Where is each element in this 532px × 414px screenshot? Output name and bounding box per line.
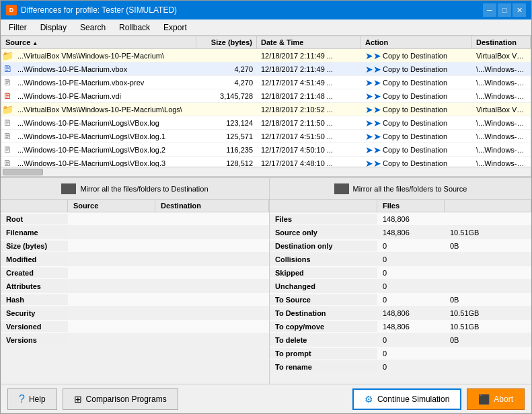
- action-arrow-icon: ➤➤: [365, 64, 381, 75]
- mirror-source-icon: [334, 183, 349, 194]
- menu-search[interactable]: Search: [75, 22, 111, 34]
- minimize-button[interactable]: ─: [483, 3, 496, 17]
- table-row[interactable]: 🖹 ...\Windows-10-PE-Macrium\Logs\VBox.lo…: [1, 116, 531, 130]
- bottom-area: Mirror all the files/folders to Destinat…: [1, 177, 531, 384]
- table-row[interactable]: 🖹 ...\Windows-10-PE-Macrium.vdi 3,145,72…: [1, 89, 531, 103]
- cell-action: ➤➤ Copy to Destination: [361, 89, 472, 103]
- col-header-dest[interactable]: Destination: [472, 36, 531, 48]
- col-header-size[interactable]: Size (bytes): [196, 36, 257, 48]
- action-arrow-icon: ➤➤: [365, 144, 381, 155]
- col-header-action[interactable]: Action: [361, 36, 472, 48]
- cell-dest: \...Windows-10-...: [472, 77, 531, 88]
- col-header-source[interactable]: Source ▲: [1, 36, 196, 48]
- detail-col-header-source: Source: [68, 200, 155, 212]
- list-item: To copy/move 148,806 10.51GB: [270, 320, 531, 333]
- help-button[interactable]: ? Help: [7, 388, 57, 410]
- row-icon-file: 🖹: [1, 157, 13, 167]
- mirror-to-source-bar: Mirror all the files/folders to Source: [270, 178, 531, 200]
- list-item: To prompt 0: [270, 347, 531, 360]
- sort-arrow-icon: ▲: [32, 40, 38, 46]
- abort-button[interactable]: ⬛ Abort: [467, 388, 525, 410]
- menu-export[interactable]: Export: [158, 22, 192, 34]
- list-item: To Destination 148,806 10.51GB: [270, 306, 531, 320]
- cell-dest: \...Windows-10-...: [472, 158, 531, 167]
- cell-datetime: 12/17/2017 4:51:49 ...: [257, 77, 361, 88]
- maximize-button[interactable]: □: [498, 3, 511, 17]
- table-row[interactable]: 🖹 ...\Windows-10-PE-Macrium.vbox 4,270 1…: [1, 63, 531, 76]
- list-item: To delete 0 0B: [270, 333, 531, 347]
- list-item: Created: [1, 266, 269, 280]
- table-row[interactable]: 🖹 ...\Windows-10-PE-Macrium\Logs\VBox.lo…: [1, 157, 531, 167]
- detail-col-header-label: [1, 200, 68, 212]
- cell-dest: \...Windows-10-...: [472, 91, 531, 101]
- horizontal-scrollbar[interactable]: [1, 167, 531, 176]
- title-bar: D Differences for profile: Tester (SIMUL…: [1, 1, 531, 19]
- cell-source: ...\VirtualBox VMs\Windows-10-PE-Macrium…: [13, 50, 196, 61]
- list-item: To Source 0 0B: [270, 293, 531, 306]
- list-item: Destination only 0 0B: [270, 239, 531, 253]
- close-button[interactable]: ✕: [512, 3, 526, 17]
- menu-bar: Filter Display Search Rollback Export: [1, 19, 531, 36]
- cell-dest: \...Windows-10-...: [472, 144, 531, 155]
- menu-rollback[interactable]: Rollback: [114, 22, 155, 34]
- comparison-icon: ⊞: [74, 394, 82, 405]
- list-item: Root: [1, 212, 269, 226]
- action-arrow-icon: ➤➤: [365, 158, 381, 167]
- file-list-body[interactable]: 📁 ...\VirtualBox VMs\Windows-10-PE-Macri…: [1, 49, 531, 167]
- action-arrow-icon: ➤➤: [365, 91, 381, 101]
- comparison-programs-button[interactable]: ⊞ Comparison Programs: [63, 388, 178, 410]
- row-icon-file: 🖹: [1, 116, 13, 130]
- action-arrow-icon: ➤➤: [365, 104, 381, 115]
- table-row[interactable]: 📁 ...\VirtualBox VMs\Windows-10-PE-Macri…: [1, 103, 531, 116]
- cell-action: ➤➤ Copy to Destination: [361, 76, 472, 89]
- menu-display[interactable]: Display: [35, 22, 72, 34]
- table-row[interactable]: 🖹 ...\Windows-10-PE-Macrium\Logs\VBox.lo…: [1, 143, 531, 157]
- stats-header: Files: [270, 200, 531, 212]
- cell-size: [196, 108, 257, 111]
- window-title: Differences for profile: Tester (SIMULAT…: [21, 5, 177, 15]
- action-arrow-icon: ➤➤: [365, 50, 381, 61]
- cell-size: 116,235: [196, 144, 257, 155]
- cell-action: ➤➤ Copy to Destination: [361, 103, 472, 116]
- table-row[interactable]: 🖹 ...\Windows-10-PE-Macrium\Logs\VBox.lo…: [1, 130, 531, 143]
- list-item: Files 148,806: [270, 212, 531, 226]
- cell-action: ➤➤ Copy to Destination: [361, 143, 472, 157]
- cell-datetime: 12/18/2017 2:11:49 ...: [257, 50, 361, 61]
- list-item: Source only 148,806 10.51GB: [270, 226, 531, 239]
- footer: ? Help ⊞ Comparison Programs ⚙ Continue …: [1, 384, 531, 413]
- table-row[interactable]: 📁 ...\VirtualBox VMs\Windows-10-PE-Macri…: [1, 49, 531, 63]
- gear-icon: ⚙: [365, 394, 373, 405]
- mirror-to-dest-bar: Mirror all the files/folders to Destinat…: [1, 178, 269, 200]
- cell-source: ...\Windows-10-PE-Macrium.vbox: [13, 64, 196, 75]
- cell-size: 128,512: [196, 158, 257, 167]
- detail-body: Root Filename Size (bytes) Modified: [1, 212, 269, 384]
- row-icon-file: 🖹: [1, 143, 13, 157]
- list-item: Security: [1, 306, 269, 320]
- cell-dest: \...Windows-10-...: [472, 64, 531, 75]
- mirror-dest-icon: [61, 183, 76, 194]
- stats-body: Files 148,806 Source only 148,806 10.51G…: [270, 212, 531, 384]
- stats-col-header-label: [270, 200, 377, 212]
- list-item: Skipped 0: [270, 266, 531, 280]
- list-item: Unchanged 0: [270, 280, 531, 293]
- cell-dest: \...Windows-10-...: [472, 118, 531, 128]
- row-icon-file: 🖹: [1, 130, 13, 143]
- menu-filter[interactable]: Filter: [3, 22, 32, 34]
- footer-right: ⚙ Continue Simulation ⬛ Abort: [352, 388, 525, 410]
- col-header-datetime[interactable]: Date & Time: [257, 36, 361, 48]
- continue-simulation-button[interactable]: ⚙ Continue Simulation: [352, 388, 461, 410]
- app-icon: D: [6, 5, 17, 15]
- list-item: Versioned: [1, 320, 269, 333]
- cell-datetime: 12/17/2017 4:48:10 ...: [257, 158, 361, 167]
- cell-action: ➤➤ Copy to Destination: [361, 63, 472, 76]
- cell-action: ➤➤ Copy to Destination: [361, 116, 472, 130]
- footer-left: ? Help ⊞ Comparison Programs: [7, 388, 178, 410]
- list-item: Attributes: [1, 280, 269, 293]
- table-row[interactable]: 🖹 ...\Windows-10-PE-Macrium.vbox-prev 4,…: [1, 76, 531, 89]
- scrollbar-thumb[interactable]: [3, 169, 43, 175]
- right-panel: Mirror all the files/folders to Source F…: [270, 178, 531, 384]
- row-icon-vdi: 🖹: [1, 89, 13, 103]
- cell-datetime: 12/17/2017 4:51:50 ...: [257, 131, 361, 142]
- cell-size: 125,571: [196, 131, 257, 142]
- title-bar-controls: ─ □ ✕: [483, 3, 526, 17]
